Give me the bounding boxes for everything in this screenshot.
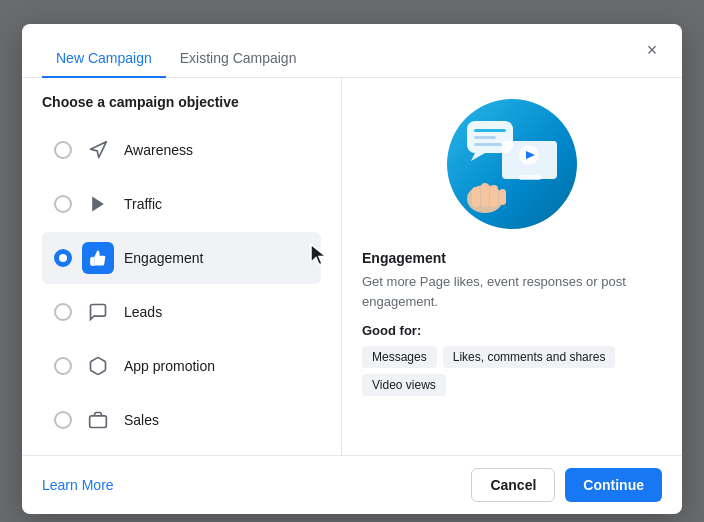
good-for-title: Good for: bbox=[362, 323, 662, 338]
radio-app-promotion bbox=[54, 357, 72, 375]
objective-leads[interactable]: Leads bbox=[42, 286, 321, 338]
leads-icon bbox=[82, 296, 114, 328]
awareness-icon bbox=[82, 134, 114, 166]
modal-body: Choose a campaign objective Awareness bbox=[22, 78, 682, 455]
objective-traffic[interactable]: Traffic bbox=[42, 178, 321, 230]
svg-rect-12 bbox=[474, 143, 502, 146]
svg-rect-11 bbox=[474, 136, 496, 139]
awareness-label: Awareness bbox=[124, 142, 193, 158]
svg-marker-1 bbox=[311, 245, 326, 265]
engagement-label: Engagement bbox=[124, 250, 203, 266]
engagement-circle bbox=[447, 99, 577, 229]
radio-sales bbox=[54, 411, 72, 429]
radio-traffic bbox=[54, 195, 72, 213]
right-panel: Engagement Get more Page likes, event re… bbox=[342, 78, 682, 455]
svg-rect-16 bbox=[490, 185, 498, 207]
app-promotion-label: App promotion bbox=[124, 358, 215, 374]
tag-likes: Likes, comments and shares bbox=[443, 346, 616, 368]
leads-label: Leads bbox=[124, 304, 162, 320]
sales-label: Sales bbox=[124, 412, 159, 428]
tag-messages: Messages bbox=[362, 346, 437, 368]
modal-footer: Learn More Cancel Continue bbox=[22, 455, 682, 514]
radio-leads bbox=[54, 303, 72, 321]
radio-inner-engagement bbox=[59, 254, 67, 262]
section-title: Choose a campaign objective bbox=[42, 94, 321, 110]
svg-rect-14 bbox=[472, 187, 480, 207]
tag-list: Messages Likes, comments and shares Vide… bbox=[362, 346, 662, 396]
tab-group: New Campaign Existing Campaign bbox=[42, 40, 662, 78]
tag-video-views: Video views bbox=[362, 374, 446, 396]
objective-app-promotion[interactable]: App promotion bbox=[42, 340, 321, 392]
traffic-icon bbox=[82, 188, 114, 220]
cancel-button[interactable]: Cancel bbox=[471, 468, 555, 502]
radio-awareness bbox=[54, 141, 72, 159]
svg-rect-2 bbox=[90, 416, 107, 428]
objective-engagement[interactable]: Engagement bbox=[42, 232, 321, 284]
app-promotion-icon bbox=[82, 350, 114, 382]
radio-engagement bbox=[54, 249, 72, 267]
tab-existing-campaign[interactable]: Existing Campaign bbox=[166, 40, 311, 78]
modal-header: New Campaign Existing Campaign × bbox=[22, 24, 682, 78]
engagement-illustration bbox=[442, 94, 582, 234]
svg-rect-17 bbox=[499, 189, 506, 205]
continue-button[interactable]: Continue bbox=[565, 468, 662, 502]
engagement-icon bbox=[82, 242, 114, 274]
svg-rect-15 bbox=[481, 183, 489, 207]
objective-sales[interactable]: Sales bbox=[42, 394, 321, 446]
left-panel: Choose a campaign objective Awareness bbox=[22, 78, 342, 455]
svg-rect-10 bbox=[474, 129, 506, 132]
svg-marker-0 bbox=[92, 197, 104, 212]
svg-rect-5 bbox=[519, 175, 541, 180]
learn-more-link[interactable]: Learn More bbox=[42, 477, 114, 493]
footer-buttons: Cancel Continue bbox=[471, 468, 662, 502]
sales-icon bbox=[82, 404, 114, 436]
objective-list: Awareness Traffic bbox=[42, 124, 321, 446]
tab-new-campaign[interactable]: New Campaign bbox=[42, 40, 166, 78]
svg-marker-9 bbox=[471, 153, 485, 161]
engagement-detail-desc: Get more Page likes, event responses or … bbox=[362, 272, 662, 311]
campaign-objective-modal: New Campaign Existing Campaign × Choose … bbox=[22, 24, 682, 514]
engagement-detail-title: Engagement bbox=[362, 250, 662, 266]
close-button[interactable]: × bbox=[638, 36, 666, 64]
cursor-indicator bbox=[309, 243, 331, 274]
objective-awareness[interactable]: Awareness bbox=[42, 124, 321, 176]
traffic-label: Traffic bbox=[124, 196, 162, 212]
